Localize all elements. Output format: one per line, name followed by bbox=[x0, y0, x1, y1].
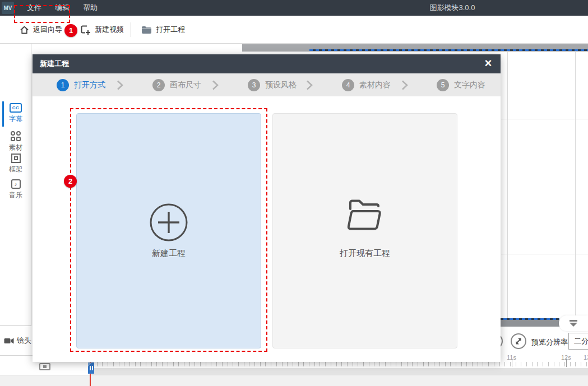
wizard-stepper: 1 打开方式 2 画布尺寸 3 预设风格 4 素材内容 5 文字内容 bbox=[33, 73, 501, 96]
menu-edit[interactable]: 编辑 bbox=[48, 0, 76, 16]
sidebar-item-label: 字幕 bbox=[9, 114, 22, 124]
selection-dashed-top bbox=[309, 49, 588, 51]
step-label: 文字内容 bbox=[454, 80, 485, 90]
step-asset-content: 4 素材内容 bbox=[342, 79, 391, 91]
annotation-badge-1: 1 bbox=[64, 24, 77, 37]
close-icon[interactable]: × bbox=[480, 54, 496, 73]
left-sidebar: CC 字幕 素材 框架 ♪ 音乐 bbox=[0, 44, 31, 326]
sidebar-item-music[interactable]: ♪ 音乐 bbox=[0, 179, 31, 200]
step-text-content: 5 文字内容 bbox=[437, 79, 485, 91]
back-to-wizard-button[interactable]: 返回向导 bbox=[20, 21, 62, 38]
folder-icon bbox=[141, 26, 152, 34]
expand-arrows-icon bbox=[514, 337, 523, 346]
step-preset-style: 3 预设风格 bbox=[248, 79, 297, 91]
playhead-handle[interactable] bbox=[88, 362, 94, 374]
collapse-arrow-icon bbox=[570, 323, 577, 327]
step-label: 素材内容 bbox=[359, 80, 391, 90]
clip-frame-icon[interactable] bbox=[39, 363, 50, 370]
card-new-project[interactable]: 新建工程 bbox=[76, 113, 261, 348]
timeline-track-band bbox=[91, 368, 588, 375]
canvas-gridline-h1 bbox=[501, 119, 588, 119]
chevron-right-icon bbox=[117, 80, 123, 90]
chevron-right-icon bbox=[401, 80, 408, 90]
dialog-title: 新建工程 bbox=[40, 59, 69, 69]
step-number: 1 bbox=[57, 79, 69, 91]
step-label: 预设风格 bbox=[265, 80, 297, 90]
timeline-track-area bbox=[0, 375, 588, 386]
menu-file[interactable]: 文件 bbox=[20, 0, 48, 16]
card-label: 打开现有工程 bbox=[273, 248, 457, 259]
timeline-ruler[interactable] bbox=[91, 362, 588, 366]
sidebar-item-label: 框架 bbox=[9, 165, 22, 174]
folder-open-icon bbox=[344, 198, 386, 232]
collapse-panel-handle[interactable] bbox=[559, 315, 588, 331]
open-project-label: 打开工程 bbox=[156, 25, 185, 35]
preview-resolution-select[interactable]: 二分 bbox=[568, 333, 588, 350]
collapse-icon bbox=[570, 320, 577, 322]
timeline-tick-label: 12s bbox=[561, 354, 571, 361]
card-label: 新建工程 bbox=[77, 248, 261, 259]
chevron-right-icon bbox=[306, 80, 313, 90]
sidebar-item-frame[interactable]: 框架 bbox=[0, 154, 31, 174]
canvas-gridline-v1 bbox=[507, 52, 508, 318]
fullscreen-button[interactable] bbox=[511, 333, 526, 349]
sidebar-item-assets[interactable]: 素材 bbox=[0, 131, 31, 152]
preview-resolution-label: 预览分辨率 bbox=[531, 337, 568, 347]
new-project-dialog: 新建工程 × 1 打开方式 2 画布尺寸 3 预设风格 4 素材内容 5 文字内… bbox=[33, 54, 501, 362]
sidebar-item-label: 素材 bbox=[9, 143, 22, 152]
step-canvas-size: 2 画布尺寸 bbox=[152, 79, 201, 91]
timeline-tick-label: 11s bbox=[507, 354, 516, 361]
dialog-header: 新建工程 × bbox=[33, 54, 501, 73]
home-icon bbox=[20, 25, 29, 35]
timeline-tick-label: 13s bbox=[584, 354, 588, 361]
open-project-button[interactable]: 打开工程 bbox=[141, 21, 185, 38]
canvas-gridline-v2 bbox=[575, 52, 576, 318]
camera-shots-button[interactable]: 镜头 bbox=[4, 336, 31, 346]
canvas-gridline-h2 bbox=[501, 254, 588, 254]
toolbar: 返回向导 新建视频 打开工程 bbox=[0, 16, 588, 44]
step-number: 2 bbox=[152, 79, 165, 91]
camera-icon bbox=[4, 337, 14, 345]
music-note-icon: ♪ bbox=[11, 179, 21, 189]
cc-icon: CC bbox=[10, 103, 22, 113]
menu-help[interactable]: 帮助 bbox=[76, 0, 104, 16]
sidebar-item-subtitles[interactable]: CC 字幕 bbox=[0, 103, 31, 124]
camera-label: 镜头 bbox=[17, 336, 31, 346]
step-number: 3 bbox=[248, 79, 260, 91]
step-label: 画布尺寸 bbox=[170, 80, 201, 90]
new-video-icon bbox=[80, 25, 91, 35]
assets-icon bbox=[11, 131, 21, 141]
step-label: 打开方式 bbox=[74, 80, 105, 90]
sidebar-item-label: 音乐 bbox=[9, 190, 22, 200]
frame-icon bbox=[11, 154, 21, 163]
step-number: 4 bbox=[342, 79, 354, 91]
app-logo: MV bbox=[2, 2, 14, 14]
card-open-existing-project[interactable]: 打开现有工程 bbox=[272, 113, 457, 348]
back-to-wizard-label: 返回向导 bbox=[33, 25, 62, 35]
app-title: 图影模块3.0.0 bbox=[416, 0, 489, 16]
divider bbox=[0, 355, 33, 356]
step-open-method: 1 打开方式 bbox=[57, 79, 105, 91]
menubar: MV 文件 编辑 帮助 图影模块3.0.0 bbox=[0, 0, 588, 16]
step-number: 5 bbox=[437, 79, 449, 91]
annotation-badge-2: 2 bbox=[64, 175, 77, 188]
toolbar-separator bbox=[131, 22, 131, 37]
new-video-button[interactable]: 新建视频 bbox=[80, 21, 124, 38]
plus-circle-icon bbox=[149, 202, 189, 243]
new-video-label: 新建视频 bbox=[95, 25, 124, 35]
chevron-right-icon bbox=[212, 80, 219, 90]
